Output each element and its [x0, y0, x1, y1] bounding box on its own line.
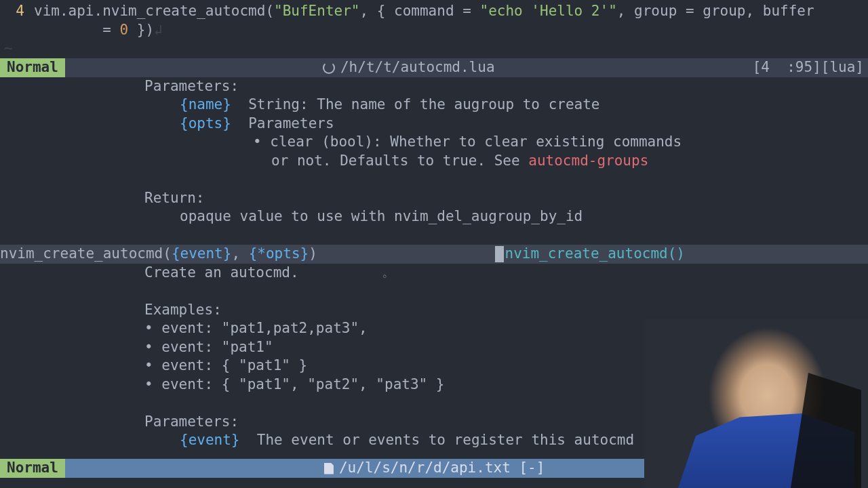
mode-indicator: Normal: [0, 459, 65, 478]
code-content: vim.api.nvim_create_autocmd("BufEnter", …: [34, 2, 814, 21]
function-signature: nvim_create_autocmd({event}, {*opts}): [0, 245, 317, 264]
return-desc: opaque value to use with nvim_del_augrou…: [0, 207, 868, 226]
reload-icon: [323, 62, 335, 74]
code-line-4[interactable]: 4 vim.api.nvim_create_autocmd("BufEnter"…: [0, 2, 868, 21]
blank: [0, 226, 868, 245]
blank: [0, 170, 868, 189]
help-signature-row: nvim_create_autocmd({event}, {*opts}) nv…: [0, 245, 868, 264]
mode-indicator: Normal: [0, 58, 65, 77]
help-link-autocmd-groups[interactable]: autocmd-groups: [528, 152, 648, 169]
help-tag[interactable]: nvim_create_autocmd(): [495, 245, 868, 264]
opts-bullet-1: • clear (bool): Whether to clear existin…: [0, 133, 868, 152]
file-path-text: /h/t/t/autocmd.lua: [340, 58, 495, 77]
line-number: 4: [0, 2, 34, 21]
cursor-icon: [495, 246, 504, 262]
func-desc: Create an autocmd.: [0, 264, 868, 283]
param-opts-row: {opts} Parameters: [0, 115, 868, 134]
code-content-wrap: = 0 })↲: [34, 21, 163, 40]
param-name-row: {name} String: The name of the augroup t…: [0, 96, 868, 115]
return-header: Return:: [0, 189, 868, 208]
file-path: /h/t/t/autocmd.lua: [65, 58, 753, 77]
cursor-position: [4 :95][lua]: [753, 58, 868, 77]
gutter-continuation: [0, 21, 34, 40]
opts-bullet-1-cont: or not. Defaults to true. See autocmd-gr…: [0, 152, 868, 171]
empty-line-tilde: ~: [0, 39, 868, 58]
examples-header: Examples:: [0, 301, 868, 320]
file-icon: [324, 463, 334, 474]
help-path-text: /u/l/s/n/r/d/api.txt [-]: [339, 459, 545, 478]
statusline-editor: Normal /h/t/t/autocmd.lua [4 :95][lua]: [0, 58, 868, 77]
code-line-4-wrap[interactable]: = 0 })↲: [0, 21, 868, 40]
blank: [0, 282, 868, 301]
editor-buffer[interactable]: 4 vim.api.nvim_create_autocmd("BufEnter"…: [0, 0, 868, 58]
webcam-overlay: [644, 319, 868, 488]
params-header: Parameters:: [0, 77, 868, 96]
